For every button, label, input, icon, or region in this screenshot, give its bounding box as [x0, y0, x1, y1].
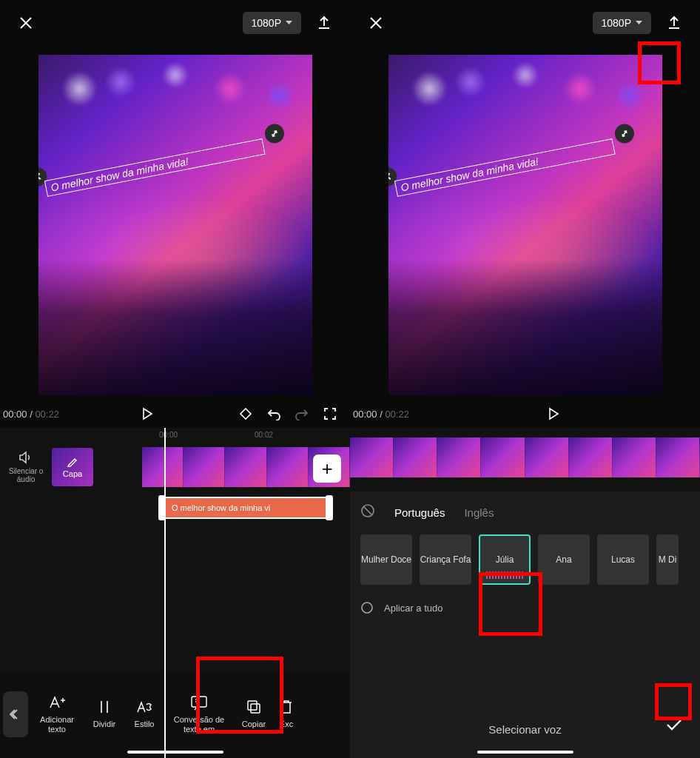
- bottom-toolbar: Adicionar texto Dividir Estilo Conversão…: [0, 671, 350, 758]
- video-canvas[interactable]: O melhor show da minha vida!: [38, 55, 312, 395]
- home-indicator: [127, 751, 223, 754]
- resolution-label: 1080P: [252, 17, 281, 29]
- time-ruler: 00:00 00:02: [0, 431, 350, 439]
- preview-right: O melhor show da minha vida!: [350, 46, 700, 400]
- panel-title: Selecionar voz: [350, 723, 700, 736]
- timeline-right: Português Inglês Mulher Doce Criança Fof…: [350, 428, 700, 758]
- svg-rect-0: [192, 697, 206, 707]
- tool-style[interactable]: Estilo: [126, 699, 163, 729]
- voice-panel: Português Inglês Mulher Doce Criança Fof…: [350, 492, 700, 758]
- play-button[interactable]: [544, 404, 563, 423]
- topbar-right: 1080P: [350, 0, 700, 46]
- screen-left: 1080P O melhor show da minha vida!: [0, 0, 350, 758]
- playhead[interactable]: [164, 428, 166, 758]
- export-button[interactable]: [662, 10, 687, 36]
- voice-julia[interactable]: Júlia: [479, 534, 531, 585]
- svg-rect-2: [251, 704, 260, 713]
- tool-delete[interactable]: Exc: [275, 699, 297, 729]
- voice-crianca-fofa[interactable]: Criança Fofa: [420, 534, 471, 585]
- tool-copy[interactable]: Copiar: [235, 699, 272, 729]
- voice-ana[interactable]: Ana: [538, 534, 590, 585]
- redo-button[interactable]: [292, 404, 312, 423]
- tool-split[interactable]: Dividir: [86, 699, 123, 729]
- confirm-button[interactable]: [662, 712, 687, 737]
- tool-add-text[interactable]: Adicionar texto: [31, 694, 83, 734]
- close-button[interactable]: [363, 10, 388, 36]
- voice-mulher-doce[interactable]: Mulher Doce: [360, 534, 412, 585]
- time-display: 00:00 / 00:22: [353, 409, 409, 420]
- text-track: O melhor show da minha vi: [0, 497, 350, 523]
- video-track: Silenciar o áudio Capa +: [0, 445, 350, 489]
- home-indicator: [477, 751, 573, 754]
- fullscreen-button[interactable]: [320, 404, 340, 423]
- crowd-silhouette: [388, 259, 662, 395]
- close-button[interactable]: [13, 10, 38, 36]
- player-controls-right: 00:00 / 00:22: [350, 400, 700, 428]
- undo-button[interactable]: [264, 404, 283, 423]
- tool-text-to-speech[interactable]: Conversão de texto em: [166, 694, 232, 734]
- resolution-button[interactable]: 1080P: [593, 12, 651, 34]
- resolution-button[interactable]: 1080P: [243, 12, 301, 34]
- ban-icon[interactable]: [360, 503, 375, 521]
- mute-audio-button[interactable]: Silenciar o áudio: [0, 451, 52, 483]
- keyframe-icon[interactable]: [236, 404, 255, 423]
- voice-more[interactable]: M Di: [656, 534, 679, 585]
- resolution-label: 1080P: [602, 17, 631, 29]
- cover-button[interactable]: Capa: [52, 448, 93, 486]
- svg-point-4: [362, 603, 372, 613]
- text-clip-handle-right[interactable]: [326, 495, 333, 520]
- tab-english[interactable]: Inglês: [464, 506, 494, 519]
- crowd-silhouette: [38, 259, 312, 395]
- video-canvas[interactable]: O melhor show da minha vida!: [388, 55, 662, 395]
- voice-options: Mulher Doce Criança Fofa Júlia Ana Lucas…: [360, 534, 690, 585]
- play-button[interactable]: [138, 404, 157, 423]
- timeline[interactable]: 00:00 00:02 Silenciar o áudio Capa +: [0, 428, 350, 758]
- language-tabs: Português Inglês: [360, 503, 690, 521]
- apply-all-row[interactable]: Aplicar a tudo: [360, 601, 690, 614]
- svg-rect-1: [248, 701, 257, 710]
- export-button[interactable]: [312, 10, 337, 36]
- text-clip[interactable]: O melhor show da minha vi: [164, 497, 327, 519]
- clip-track[interactable]: [350, 437, 700, 477]
- preview-left: O melhor show da minha vida!: [0, 46, 350, 400]
- topbar-left: 1080P: [0, 0, 350, 46]
- clip-track[interactable]: +: [98, 447, 350, 487]
- apply-all-label: Aplicar a tudo: [384, 603, 443, 614]
- back-button[interactable]: [3, 691, 28, 737]
- time-display: 00:00 / 00:22: [3, 409, 59, 420]
- video-track: [350, 435, 700, 480]
- player-controls-left: 00:00 / 00:22: [0, 400, 350, 428]
- screen-right: 1080P O melhor show da minha vida!: [350, 0, 700, 758]
- voice-lucas[interactable]: Lucas: [597, 534, 649, 585]
- add-clip-button[interactable]: +: [313, 455, 341, 483]
- tab-portuguese[interactable]: Português: [394, 506, 445, 519]
